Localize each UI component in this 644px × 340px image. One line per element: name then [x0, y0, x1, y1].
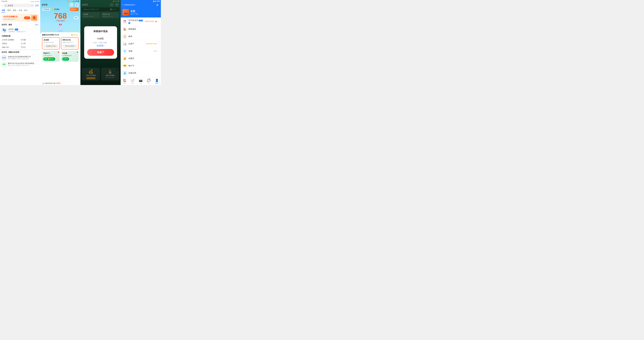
p2-bonus-brain-btn[interactable]: 已完成 — [62, 57, 69, 61]
tab-local[interactable]: 本地 — [18, 8, 22, 12]
credit-item-1[interactable]: 步步 重庆市合川区步步高宝川置业有限责… 存续 | 王欢 | 6000万元 | … — [2, 61, 39, 68]
search-button[interactable]: 搜索 — [35, 4, 39, 7]
p2-header-actions: ··· ✕ — [69, 3, 79, 7]
back-button[interactable]: ‹ — [2, 4, 2, 7]
p2-tasks-grid: 走走路 每天最多10000步 收步数 🪙 0步 8杯水(1/8) 每隔60分钟可… — [42, 37, 79, 49]
trending-item-0[interactable]: 步步挣-走路赚钱 — [2, 38, 20, 42]
banner[interactable]: 步步宝走路赚红包 现金红包每日瓜分中 去参与 🎁 — [2, 14, 39, 22]
p2-tasks-earn[interactable]: 🪙 赚步数 › — [71, 34, 79, 36]
p4-consumer-button[interactable]: 🛡 消费者权益保护 › — [122, 4, 136, 6]
p4-settings-button[interactable]: ⚙ — [155, 3, 159, 7]
p2-tasks-card: 健康生活4件事|打卡1天 🪙 赚步数 › 走走路 每天最多10000步 收步数 … — [40, 32, 80, 81]
p4-avatar: 🚗 — [122, 9, 129, 16]
p4-nav-koubei-label: 口碑 — [139, 82, 142, 84]
credit-icon-1: 步步 — [2, 62, 6, 67]
clear-button[interactable]: ✕ — [31, 4, 33, 6]
p4-menu-arrow-merchant: › — [158, 28, 159, 30]
p3-confirm-button[interactable]: 知道了 — [87, 49, 114, 56]
tab-travel[interactable]: 旅行 — [24, 8, 28, 12]
tab-finance[interactable]: 理财 — [7, 8, 11, 12]
p4-menu-item-assets[interactable]: 📊 总资产 免费升级账户保障 › — [121, 40, 161, 47]
time-1: 下午4:05 — [1, 0, 7, 2]
p4-menu-item-bankcard[interactable]: 💳 银行卡 › — [121, 62, 161, 69]
search-input-wrap[interactable]: 🔍 ✕ — [3, 4, 34, 7]
service-more[interactable]: 全部 › — [35, 24, 39, 26]
p4-menu-arrow-sesame: › — [158, 72, 159, 74]
p2-task-water: 8杯水(1/8) 每隔60分钟可打卡 59:19 后再来 — [61, 37, 79, 49]
p2-bonus-early-btn[interactable]: 早起 🪙 800步 — [43, 57, 55, 61]
svg-point-13 — [56, 27, 58, 28]
p4-menu-icon-member: ⏰ — [123, 19, 127, 23]
trending-item-2[interactable]: 领现金 — [2, 42, 20, 45]
p4-nav-messages-label: 消息 — [148, 82, 150, 84]
p4-nav-finance-label: 理财 — [132, 82, 134, 84]
banner-btn[interactable]: 去参与 — [24, 16, 30, 19]
p2-bonus-early[interactable]: 早起打卡 上午6-9点打卡 早起 🪙 800步 — [42, 51, 60, 62]
p2-title: 步步宝 — [42, 3, 48, 6]
status-right-2: 📶 📡 🔋92% 9:45 — [67, 0, 79, 2]
search-bar: ‹ 🔍 ✕ 搜索 — [0, 3, 40, 8]
p2-bottom-bar[interactable]: 📊 步数换福利|已赚 0.18元 › — [40, 81, 80, 85]
p4-menu-item-sesame[interactable]: 💧 芝麻信用 › — [121, 69, 161, 77]
p2-header: 步步宝 ··· ✕ — [40, 2, 80, 7]
credit-info-0: 永嘉步步宝五金装饰扣有限公司 存续 | 周建福 | 10万元 | 2010-08… — [8, 55, 31, 60]
battery-pct-1: 21% — [36, 1, 39, 2]
p2-steps-left: 可用步数 🪙 57193 — [42, 8, 59, 11]
p2-task-water-name: 8杯水(1/8) — [62, 39, 77, 41]
p4-assets-badge: 免费升级账户保障 — [146, 43, 157, 45]
status-right-4: 📶🔋 9:45 — [153, 0, 160, 2]
search-icon: 🔍 — [5, 5, 7, 6]
p2-dots-button[interactable]: ··· — [69, 3, 74, 7]
time-display-4: 9:45 — [157, 0, 160, 2]
p4-nav-finance[interactable]: 📈 理财 — [129, 79, 137, 84]
icons-4: 📶🔋 — [153, 0, 156, 2]
trending-grid: 步步挣-走路赚钱 欢乐赚 领现金 分小萌 蚂蚁小镇 守护宝 — [0, 38, 40, 49]
p2-tasks-title: 健康生活4件事|打卡1天 — [42, 34, 59, 36]
panel-main: 📶 📡 🔋92% 9:45 步步宝 ··· ✕ 可用步数 🪙 57193 已获奖… — [40, 0, 80, 85]
p4-menu-label-balance: 余额 — [128, 50, 152, 52]
p2-task-walk-btn[interactable]: 收步数 🪙 0步 — [44, 44, 58, 48]
service-section-header: 步步宝 - 服务 全部 › — [0, 23, 40, 26]
p2-prize-button[interactable]: 已获奖品 — [70, 8, 79, 11]
trending-item-3[interactable]: 分小萌 — [20, 42, 39, 45]
koubei-icon: 📷 — [139, 79, 142, 82]
service-tag: 官方 — [15, 28, 18, 30]
trending-item-4[interactable]: 蚂蚁小镇 — [2, 45, 20, 49]
trending-item-5[interactable]: 守护宝 — [20, 45, 39, 49]
svg-point-16 — [60, 30, 62, 32]
p2-steps-bar: 可用步数 🪙 57193 已获奖品 — [40, 7, 80, 11]
service-item-bubu[interactable]: 👣 步步宝 官方 走路赚现金，现金每日瓜分中 › — [0, 26, 40, 34]
p2-steps-count: 57193 — [54, 8, 59, 10]
p4-nav-home[interactable]: 🏠 首页 — [121, 79, 129, 84]
search-tabs: 全部 理财 服务 本地 旅行 — [0, 8, 40, 13]
p2-task-water-desc: 每隔60分钟可打卡 — [62, 41, 77, 43]
consumer-icon: 🛡 — [122, 4, 124, 6]
p2-close-button[interactable]: ✕ — [75, 3, 79, 7]
credit-item-0[interactable]: 步步宝 永嘉步步宝五金装饰扣有限公司 存续 | 周建福 | 10万元 | 201… — [2, 54, 39, 61]
tab-service[interactable]: 服务 — [13, 8, 16, 12]
p4-menu-arrow-bankcard: › — [158, 65, 159, 67]
p2-bonus-brain[interactable]: 动动脑 让大脑活跃起来 已完成 — [61, 51, 79, 62]
p4-user-info: 长官 159*****90 — [130, 10, 157, 15]
p4-menu-item-member[interactable]: ⏰ 支付宝会员 大众会员 你有积分将过期 › — [121, 17, 161, 25]
p4-menu-item-balance[interactable]: ¥ 余额 0.18 › — [121, 47, 161, 55]
p4-nav-mine[interactable]: 👤 我的 — [153, 79, 161, 84]
p4-menu-item-yuebao[interactable]: 💰 余额宝 › — [121, 55, 161, 62]
p4-menu-icon-bill: 📋 — [123, 34, 127, 38]
p4-nav-messages[interactable]: 💬 消息 — [145, 79, 153, 84]
p4-menu-item-merchant[interactable]: 🏪 商家服务 › — [121, 25, 161, 33]
search-input[interactable] — [8, 4, 30, 6]
p4-user-card[interactable]: 🚗 长官 159*****90 › — [121, 8, 161, 17]
p4-nav-koubei[interactable]: 📷 口碑 — [137, 79, 145, 84]
p4-menu-item-bill[interactable]: 📋 账单 › — [121, 33, 161, 40]
p4-member-expire: 你有积分将过期 — [144, 20, 154, 22]
speed-1: 32.2K/s — [30, 1, 34, 2]
p3-modal-link[interactable]: 前往查看 › — [87, 44, 114, 47]
trending-item-1[interactable]: 欢乐赚 — [20, 38, 39, 42]
p2-rules-button[interactable]: 规则 — [74, 16, 79, 19]
p4-menu-list: ⏰ 支付宝会员 大众会员 你有积分将过期 › 🏪 商家服务 › 📋 账单 › 📊… — [121, 17, 161, 77]
p4-userid: 159*****90 — [130, 13, 157, 15]
p3-modal: 恭喜抽中现金 0.18元 已存入「我的-余额」 前往查看 › 知道了 — [84, 26, 117, 59]
p2-task-water-btn[interactable]: 59:19 后再来 — [62, 44, 77, 48]
tab-all[interactable]: 全部 — [2, 8, 5, 12]
